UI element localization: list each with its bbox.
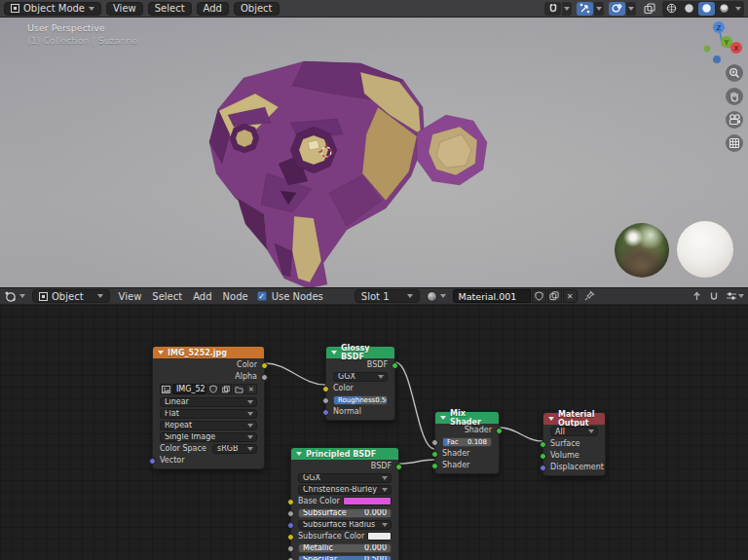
shading-material-icon[interactable] <box>698 2 715 16</box>
viewport-3d[interactable]: User Perspective (1) Collection | Suzann… <box>0 18 748 287</box>
snap-magnet-icon[interactable] <box>544 2 561 16</box>
collapse-icon[interactable] <box>440 416 446 420</box>
socket-subsurface-color-in[interactable] <box>287 534 294 541</box>
mode-selector[interactable]: Object Mode <box>4 2 101 16</box>
socket-alpha-out[interactable] <box>261 374 268 381</box>
menu-view[interactable]: View <box>106 2 143 16</box>
socket-volume-in[interactable] <box>540 453 546 460</box>
node-image-texture[interactable]: IMG_5252.jpg Color Alpha IMG_5252.jpg ✕ … <box>152 346 265 469</box>
output-target-select[interactable]: All <box>550 427 598 436</box>
socket-displacement-in[interactable] <box>540 465 546 471</box>
extension-select[interactable]: Repeat <box>160 421 257 430</box>
filter-options-group[interactable] <box>726 290 744 302</box>
node-glossy-header[interactable]: Glossy BSDF <box>326 347 394 358</box>
xray-toggle-icon[interactable] <box>641 2 657 16</box>
menu-select[interactable]: Select <box>148 2 192 16</box>
editor-type-selector[interactable] <box>4 290 25 303</box>
interpolation-select[interactable]: Linear <box>160 397 257 407</box>
shading-rendered-icon[interactable] <box>716 2 732 16</box>
metallic-slider[interactable]: Metallic0.000 <box>298 543 392 553</box>
node-principled-bsdf[interactable]: Principled BSDF BSDF GGX Christensen-Bur… <box>290 447 399 560</box>
socket-bsdf-out[interactable] <box>395 464 402 470</box>
socket-normal-in[interactable] <box>322 409 329 416</box>
node-glossy-bsdf[interactable]: Glossy BSDF BSDF GGX Color Roughness0.50… <box>325 346 395 421</box>
socket-roughness-in[interactable] <box>322 397 329 404</box>
socket-color-out[interactable] <box>261 362 268 369</box>
material-name-field[interactable]: Material.001 <box>453 289 531 303</box>
socket-color-in[interactable] <box>322 386 329 392</box>
collapse-icon[interactable] <box>296 452 302 456</box>
socket-bsdf-out[interactable] <box>392 362 398 369</box>
gizmo-dropdown[interactable] <box>594 2 604 16</box>
unlink-material-button[interactable]: ✕ <box>563 289 578 303</box>
overlays-icon[interactable] <box>609 2 625 16</box>
navigation-gizmo[interactable]: Z Y X <box>699 19 748 70</box>
snap-dropdown[interactable] <box>562 2 572 16</box>
specular-slider[interactable]: Specular0.500 <box>298 555 392 560</box>
browse-material-button[interactable] <box>427 291 446 302</box>
camera-view-button[interactable] <box>726 111 743 129</box>
new-material-button[interactable] <box>547 289 562 303</box>
menu-object[interactable]: Object <box>234 2 280 16</box>
node-editor-canvas[interactable]: IMG_5252.jpg Color Alpha IMG_5252.jpg ✕ … <box>0 305 748 560</box>
socket-base-color-in[interactable] <box>287 499 294 505</box>
image-fake-user-button[interactable] <box>207 384 219 394</box>
overlays-dropdown[interactable] <box>626 2 636 16</box>
image-copy-button[interactable] <box>220 384 232 394</box>
subsurface-radius-field[interactable]: Subsurface Radius <box>298 520 392 530</box>
material-slot-selector[interactable]: Slot 1 <box>355 289 420 303</box>
node-image-header[interactable]: IMG_5252.jpg <box>153 347 264 358</box>
shading-solid-icon[interactable] <box>681 2 697 16</box>
projection-select[interactable]: Flat <box>160 409 257 419</box>
node-snap-icon[interactable] <box>709 291 719 302</box>
collapse-icon[interactable] <box>331 351 337 355</box>
socket-shader2-in[interactable] <box>431 463 438 469</box>
fac-slider[interactable]: Fac0.108 <box>442 437 492 447</box>
socket-subsurface-in[interactable] <box>287 510 294 517</box>
use-nodes-toggle[interactable]: ✓ Use Nodes <box>257 291 323 302</box>
image-open-button[interactable] <box>233 384 244 394</box>
image-unlink-button[interactable]: ✕ <box>245 384 257 394</box>
shader-type-selector[interactable]: Object <box>32 289 110 303</box>
subsurface-method-select[interactable]: Christensen-Burley <box>298 485 392 495</box>
source-select[interactable]: Single Image <box>160 432 257 442</box>
socket-surface-in[interactable] <box>540 441 546 448</box>
socket-shader-out[interactable] <box>496 428 503 434</box>
node-output-header[interactable]: Material Output <box>543 413 605 425</box>
socket-fac-in[interactable] <box>431 439 438 446</box>
subsurface-color-swatch[interactable] <box>367 532 392 541</box>
menu-add[interactable]: Add <box>197 2 229 16</box>
ortho-grid-button[interactable] <box>726 134 743 152</box>
menu-node[interactable]: Node <box>221 291 250 302</box>
socket-vector-in[interactable] <box>149 458 156 465</box>
menu-add[interactable]: Add <box>191 291 213 302</box>
node-mix-shader[interactable]: Mix Shader Shader Fac0.108 Shader Shader <box>434 411 500 474</box>
node-material-output[interactable]: Material Output All Surface Volume Displ… <box>542 412 606 476</box>
socket-shader1-in[interactable] <box>431 451 438 458</box>
color-space-select[interactable]: sRGB <box>212 444 257 454</box>
menu-view[interactable]: View <box>117 291 144 302</box>
collapse-icon[interactable] <box>548 417 554 421</box>
collapse-icon[interactable] <box>158 351 164 355</box>
fake-user-button[interactable] <box>532 289 546 303</box>
node-principled-header[interactable]: Principled BSDF <box>291 448 398 460</box>
distribution-select[interactable]: GGX <box>298 473 392 483</box>
menu-select[interactable]: Select <box>150 291 184 302</box>
pan-hand-button[interactable] <box>726 88 743 105</box>
pin-icon[interactable] <box>584 290 595 302</box>
shading-wireframe-icon[interactable] <box>663 2 680 16</box>
shading-dropdown[interactable] <box>733 2 743 16</box>
parent-arrow-icon[interactable] <box>692 290 702 302</box>
socket-metallic-in[interactable] <box>287 545 294 552</box>
node-mix-header[interactable]: Mix Shader <box>435 412 499 424</box>
socket-specular-in[interactable] <box>287 557 294 560</box>
roughness-slider[interactable]: Roughness0.500 <box>333 395 388 405</box>
base-color-swatch[interactable] <box>343 497 392 505</box>
subsurface-slider[interactable]: Subsurface0.000 <box>298 508 392 518</box>
zoom-tool-button[interactable] <box>726 64 743 82</box>
image-browse-button[interactable] <box>160 384 171 394</box>
gizmos-icon[interactable] <box>577 2 593 16</box>
distribution-select[interactable]: GGX <box>333 372 388 382</box>
socket-subsurface-radius-in[interactable] <box>287 522 294 529</box>
image-name-field[interactable]: IMG_5252.jpg <box>172 384 206 394</box>
